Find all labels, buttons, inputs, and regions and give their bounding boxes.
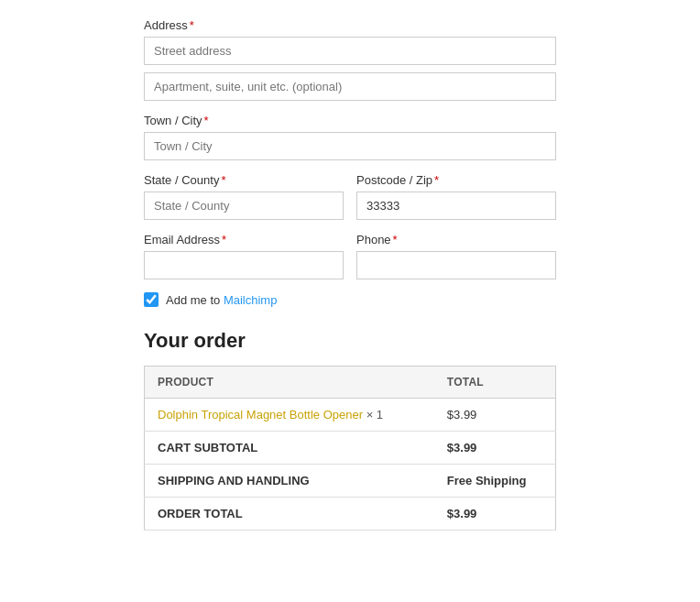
address-label-text: Address <box>144 18 188 32</box>
state-county-input[interactable] <box>144 192 344 220</box>
state-county-label-text: State / County <box>144 173 219 187</box>
postcode-label-text: Postcode / Zip <box>356 173 432 187</box>
subtotal-row: CART SUBTOTAL $3.99 <box>145 432 556 465</box>
subtotal-label-cell: CART SUBTOTAL <box>145 432 434 465</box>
shipping-row: SHIPPING AND HANDLING Free Shipping <box>145 465 556 498</box>
state-county-label: State / County* <box>144 173 344 187</box>
email-label-text: Email Address <box>144 233 220 246</box>
mailchimp-link[interactable]: Mailchimp <box>224 293 278 307</box>
email-input[interactable] <box>144 251 344 279</box>
order-table: PRODUCT TOTAL Dolphin Tropical Magnet Bo… <box>144 366 556 531</box>
mailchimp-checkbox[interactable] <box>144 292 159 307</box>
state-postcode-row: State / County* Postcode / Zip* <box>144 173 556 220</box>
phone-label: Phone* <box>356 233 556 246</box>
product-price-cell: $3.99 <box>434 399 556 432</box>
add-me-text: Add me to <box>166 293 224 307</box>
mailchimp-label: Add me to Mailchimp <box>166 293 277 307</box>
postcode-label: Postcode / Zip* <box>356 173 556 187</box>
shipping-label-cell: SHIPPING AND HANDLING <box>145 465 434 498</box>
town-city-label: Town / City* <box>144 114 556 127</box>
town-city-label-text: Town / City <box>144 114 202 127</box>
order-total-value-cell: $3.99 <box>434 498 556 531</box>
email-col: Email Address* <box>144 233 344 279</box>
order-total-label-cell: ORDER TOTAL <box>145 498 434 531</box>
street-address-input[interactable] <box>144 37 556 65</box>
address-group: Address* <box>144 18 556 101</box>
order-total-row: ORDER TOTAL $3.99 <box>145 498 556 531</box>
checkout-form: Address* Town / City* State / County* Po… <box>0 9 700 540</box>
product-qty: × 1 <box>366 408 383 421</box>
town-city-required-star: * <box>204 114 209 127</box>
address-label: Address* <box>144 18 556 32</box>
email-required-star: * <box>222 233 226 246</box>
table-row: Dolphin Tropical Magnet Bottle Opener × … <box>145 399 556 432</box>
postcode-col: Postcode / Zip* <box>356 173 556 220</box>
town-city-group: Town / City* <box>144 114 556 160</box>
town-city-input[interactable] <box>144 132 556 160</box>
address-required-star: * <box>190 18 194 32</box>
mailchimp-row: Add me to Mailchimp <box>144 292 556 307</box>
postcode-input[interactable] <box>356 192 556 220</box>
product-link[interactable]: Dolphin Tropical Magnet Bottle Opener <box>158 408 363 421</box>
state-county-col: State / County* <box>144 173 344 220</box>
table-header-row: PRODUCT TOTAL <box>145 367 556 399</box>
col-product-header: PRODUCT <box>145 367 434 399</box>
email-label: Email Address* <box>144 233 344 246</box>
subtotal-value-cell: $3.99 <box>434 432 556 465</box>
phone-required-star: * <box>393 233 398 246</box>
phone-label-text: Phone <box>356 233 391 246</box>
apartment-input[interactable] <box>144 72 556 101</box>
product-cell: Dolphin Tropical Magnet Bottle Opener × … <box>145 399 434 432</box>
shipping-value-cell: Free Shipping <box>434 465 556 498</box>
phone-col: Phone* <box>356 233 556 279</box>
email-phone-row: Email Address* Phone* <box>144 233 556 279</box>
col-total-header: TOTAL <box>434 367 556 399</box>
postcode-required-star: * <box>434 173 439 187</box>
state-required-star: * <box>221 173 225 187</box>
your-order-title: Your order <box>144 329 556 353</box>
phone-input[interactable] <box>356 251 556 279</box>
